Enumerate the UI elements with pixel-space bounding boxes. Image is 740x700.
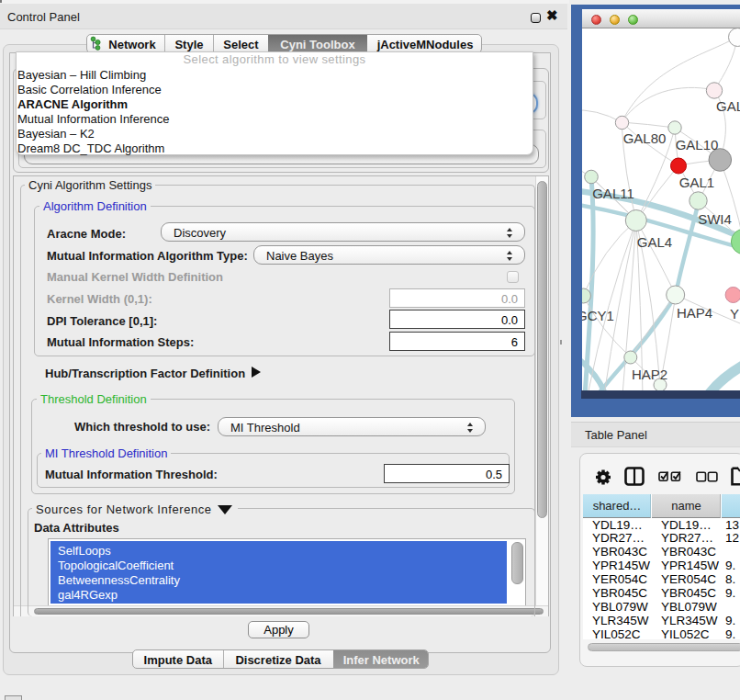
- svg-text:GCY1: GCY1: [582, 308, 614, 323]
- svg-text:HAP4: HAP4: [677, 305, 712, 321]
- svg-text:GAL4: GAL4: [637, 234, 672, 250]
- svg-text:GAL11: GAL11: [592, 186, 634, 201]
- svg-text:GAL1: GAL1: [679, 175, 714, 190]
- svg-text:GAL80: GAL80: [623, 130, 667, 146]
- svg-text:SWI4: SWI4: [698, 211, 732, 227]
- svg-text:Y: Y: [730, 306, 739, 322]
- svg-text:GAL10: GAL10: [676, 137, 719, 152]
- svg-text:GAL2: GAL2: [716, 98, 740, 114]
- svg-text:HAP2: HAP2: [632, 367, 667, 382]
